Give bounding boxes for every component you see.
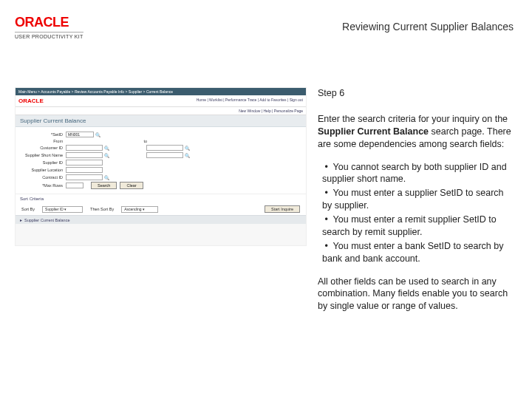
from-label: From bbox=[21, 139, 66, 143]
customer-input[interactable] bbox=[66, 145, 103, 151]
list-item: • You must enter a bank SetID to search … bbox=[318, 240, 514, 265]
to-label: to bbox=[140, 139, 150, 143]
start-inquire-button[interactable]: Start Inquire bbox=[265, 205, 300, 213]
app-screenshot: Main Menu > Accounts Payable > Review Ac… bbox=[15, 87, 307, 246]
logo-subtitle: USER PRODUCTIVITY KIT bbox=[15, 32, 83, 39]
setid-input[interactable]: MN001 bbox=[66, 132, 94, 137]
bullet-list: • You cannot search by both supplier ID … bbox=[318, 161, 514, 265]
upk-logo: ORACLE USER PRODUCTIVITY KIT bbox=[15, 15, 83, 39]
thensort-select[interactable]: Ascending ▾ bbox=[121, 206, 158, 213]
short-to-input[interactable] bbox=[146, 152, 183, 158]
sortby-select[interactable]: Supplier ID ▾ bbox=[42, 206, 83, 213]
step-number: Step 6 bbox=[318, 87, 514, 100]
results-grid-header: ▸ Supplier Current Balance bbox=[16, 215, 306, 224]
location-label: Supplier Location bbox=[21, 168, 66, 172]
app-header: ORACLE Home | Worklist | Performance Tra… bbox=[16, 95, 306, 107]
supplier-input[interactable] bbox=[66, 160, 103, 166]
list-item: • You cannot search by both supplier ID … bbox=[318, 161, 514, 186]
lookup-icon[interactable]: 🔍 bbox=[184, 152, 190, 158]
lookup-icon[interactable]: 🔍 bbox=[103, 174, 109, 180]
instruction-panel: Step 6 Enter the search criteria for you… bbox=[318, 87, 514, 323]
app-logo: ORACLE bbox=[18, 98, 44, 104]
customer-to-input[interactable] bbox=[146, 145, 183, 151]
maxrows-input[interactable] bbox=[66, 183, 83, 188]
chevron-down-icon[interactable]: ▸ bbox=[20, 217, 22, 222]
lookup-icon[interactable]: 🔍 bbox=[103, 152, 109, 158]
document-title: Reviewing Current Supplier Balances bbox=[342, 21, 514, 33]
list-item: • You must enter a supplier SetID to sea… bbox=[318, 187, 514, 212]
short-input[interactable] bbox=[66, 152, 103, 158]
short-label: Supplier Short Name bbox=[21, 153, 66, 157]
closing-paragraph: All other fields can be used to search i… bbox=[318, 276, 514, 313]
search-button[interactable]: Search bbox=[91, 182, 117, 189]
header-links: Home | Worklist | Performance Trace | Ad… bbox=[197, 98, 303, 104]
intro-paragraph: Enter the search criteria for your inqui… bbox=[318, 113, 514, 151]
page-heading: Supplier Current Balance bbox=[16, 115, 306, 127]
customer-label: Customer ID bbox=[21, 146, 66, 150]
setid-label: *SetID bbox=[21, 132, 66, 137]
sortby-label: Sort By bbox=[21, 207, 35, 211]
lookup-icon[interactable]: 🔍 bbox=[184, 145, 190, 151]
thensort-label: Then Sort By bbox=[90, 207, 114, 211]
sort-section-label: Sort Criteria bbox=[16, 194, 306, 203]
grid-title: Supplier Current Balance bbox=[24, 218, 69, 222]
maxrows-label: *Max Rows bbox=[21, 183, 66, 188]
clear-button[interactable]: Clear bbox=[120, 182, 143, 189]
lookup-icon[interactable]: 🔍 bbox=[103, 145, 109, 151]
page-tools: New Window | Help | Personalize Page bbox=[16, 107, 306, 115]
location-input[interactable] bbox=[66, 167, 103, 173]
oracle-wordmark: ORACLE bbox=[15, 15, 83, 30]
list-item: • You must enter a remit supplier SetID … bbox=[318, 214, 514, 239]
breadcrumb: Main Menu > Accounts Payable > Review Ac… bbox=[16, 88, 306, 95]
sort-row: Sort By Supplier ID ▾ Then Sort By Ascen… bbox=[16, 203, 306, 215]
contract-label: Contract ID bbox=[21, 175, 66, 180]
contract-input[interactable] bbox=[66, 174, 103, 180]
supplier-label: Supplier ID bbox=[21, 160, 66, 165]
lookup-icon[interactable]: 🔍 bbox=[95, 132, 100, 137]
search-form: *SetID MN001 🔍 From to Customer ID 🔍 🔍 S… bbox=[16, 127, 306, 194]
